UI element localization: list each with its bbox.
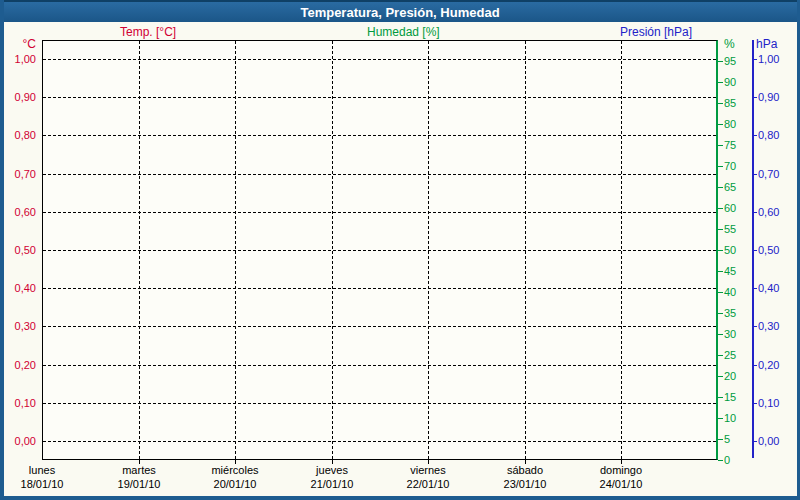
humidity-axis-unit: % <box>724 38 735 51</box>
day-date-label: 22/01/10 <box>380 478 476 491</box>
v-gridline <box>235 41 236 459</box>
temperature-axis-tick-label: 0,50 <box>0 244 36 256</box>
h-gridline <box>43 288 716 289</box>
humidity-axis-tick-label: 5 <box>724 433 730 445</box>
title-bar: Temperatura, Presión, Humedad <box>0 0 800 22</box>
humidity-axis-tick-label: 95 <box>724 55 736 67</box>
temperature-axis-tick-label: 0,00 <box>0 435 36 447</box>
humidity-axis-tick <box>718 376 723 377</box>
v-gridline <box>428 41 429 459</box>
temperature-axis-unit: °C <box>0 38 36 51</box>
day-name-label: jueves <box>284 464 380 477</box>
pressure-axis-tick <box>752 288 757 289</box>
humidity-axis-tick-label: 0 <box>724 454 730 466</box>
temperature-axis-tick-label: 0,40 <box>0 282 36 294</box>
pressure-axis-tick <box>752 441 757 442</box>
h-gridline <box>43 250 716 251</box>
v-gridline <box>139 41 140 459</box>
pressure-axis-tick <box>752 250 757 251</box>
h-gridline <box>43 403 716 404</box>
humidity-axis-tick <box>718 61 723 62</box>
humidity-axis-tick <box>718 103 723 104</box>
humidity-axis-tick <box>718 187 723 188</box>
humidity-axis-tick <box>718 292 723 293</box>
pressure-axis-tick-label: 1,00 <box>758 53 779 65</box>
humidity-axis-tick <box>718 397 723 398</box>
humidity-axis-tick <box>718 124 723 125</box>
h-gridline <box>43 441 716 442</box>
temperature-axis-tick-label: 1,00 <box>0 53 36 65</box>
humidity-axis-tick-label: 70 <box>724 160 736 172</box>
day-name-label: miércoles <box>187 464 283 477</box>
day-date-label: 18/01/10 <box>0 478 90 491</box>
humidity-axis-tick <box>718 313 723 314</box>
day-name-label: lunes <box>0 464 90 477</box>
pressure-axis-tick-label: 0,80 <box>758 129 779 141</box>
temperature-axis-tick-label: 0,20 <box>0 359 36 371</box>
window-border-bottom <box>0 496 800 500</box>
humidity-axis-tick-label: 10 <box>724 412 736 424</box>
pressure-axis-tick <box>752 365 757 366</box>
humidity-axis-tick-label: 40 <box>724 286 736 298</box>
humidity-axis-tick-label: 15 <box>724 391 736 403</box>
humidity-axis-tick <box>718 460 723 461</box>
day-name-label: sábado <box>477 464 573 477</box>
pressure-axis-tick <box>752 59 757 60</box>
humidity-axis-tick-label: 75 <box>724 139 736 151</box>
h-gridline <box>43 365 716 366</box>
pressure-axis-tick-label: 0,40 <box>758 282 779 294</box>
humidity-axis-tick-label: 25 <box>724 349 736 361</box>
humidity-axis-tick-label: 20 <box>724 370 736 382</box>
day-name-label: viernes <box>380 464 476 477</box>
humidity-axis-tick <box>718 355 723 356</box>
pressure-axis-tick-label: 0,50 <box>758 244 779 256</box>
pressure-axis-tick <box>752 212 757 213</box>
day-date-label: 20/01/10 <box>187 478 283 491</box>
pressure-axis-tick-label: 0,60 <box>758 206 779 218</box>
humidity-axis-tick <box>718 145 723 146</box>
humidity-axis-tick-label: 50 <box>724 244 736 256</box>
humidity-axis-tick <box>718 166 723 167</box>
day-date-label: 19/01/10 <box>91 478 187 491</box>
pressure-axis-tick <box>752 403 757 404</box>
temperature-axis-tick-label: 0,90 <box>0 91 36 103</box>
v-gridline <box>621 41 622 459</box>
humidity-axis-tick-label: 30 <box>724 328 736 340</box>
pressure-axis-line <box>752 40 754 458</box>
pressure-axis-tick <box>752 97 757 98</box>
humidity-axis-tick-label: 60 <box>724 202 736 214</box>
humidity-axis-tick-label: 65 <box>724 181 736 193</box>
humidity-axis-tick <box>718 82 723 83</box>
humidity-axis-tick-label: 35 <box>724 307 736 319</box>
chart-title: Temperatura, Presión, Humedad <box>300 5 499 20</box>
pressure-axis-tick-label: 0,10 <box>758 397 779 409</box>
pressure-axis-tick-label: 0,20 <box>758 359 779 371</box>
pressure-axis-tick-label: 0,70 <box>758 168 779 180</box>
pressure-axis-tick <box>752 326 757 327</box>
pressure-axis-tick <box>752 174 757 175</box>
h-gridline <box>43 326 716 327</box>
h-gridline <box>43 59 716 60</box>
humidity-axis-tick <box>718 334 723 335</box>
pressure-axis-tick <box>752 135 757 136</box>
day-date-label: 24/01/10 <box>573 478 669 491</box>
v-gridline <box>332 41 333 459</box>
temperature-axis-tick-label: 0,30 <box>0 320 36 332</box>
day-name-label: domingo <box>573 464 669 477</box>
humidity-axis-tick-label: 45 <box>724 265 736 277</box>
h-gridline <box>43 174 716 175</box>
temperature-axis-tick-label: 0,10 <box>0 397 36 409</box>
legend-temperature: Temp. [°C] <box>120 25 176 39</box>
h-gridline <box>43 212 716 213</box>
humidity-axis-tick <box>718 250 723 251</box>
temperature-axis-tick-label: 0,80 <box>0 129 36 141</box>
legend-humidity: Humedad [%] <box>367 25 440 39</box>
temperature-axis-tick-label: 0,60 <box>0 206 36 218</box>
day-date-label: 23/01/10 <box>477 478 573 491</box>
day-date-label: 21/01/10 <box>284 478 380 491</box>
pressure-axis-tick-label: 0,00 <box>758 435 779 447</box>
humidity-axis-tick <box>718 418 723 419</box>
weather-chart-window: Temperatura, Presión, Humedad Temp. [°C]… <box>0 0 800 500</box>
humidity-axis-tick <box>718 208 723 209</box>
h-gridline <box>43 135 716 136</box>
